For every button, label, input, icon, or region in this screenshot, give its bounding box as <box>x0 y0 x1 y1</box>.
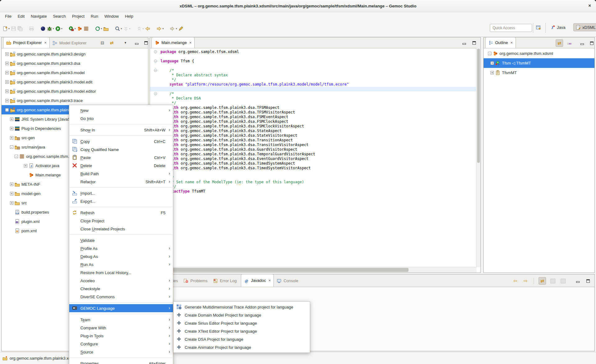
menu-item-acceleo[interactable]: Acceleo› <box>69 277 173 285</box>
mark-occurrences-icon[interactable] <box>178 26 183 31</box>
maximize-icon[interactable] <box>588 40 595 47</box>
menu-item-show-in[interactable]: Show InShift+Alt+W› <box>69 126 173 134</box>
menu-item-compare-with[interactable]: Compare With› <box>69 324 173 332</box>
fold-marker-icon[interactable]: − <box>154 69 157 72</box>
tab-outline[interactable]: Outline × <box>485 37 516 48</box>
code-editor[interactable]: −package org.gemoc.sample.tfsm.xdsml−lan… <box>150 48 476 267</box>
tree-item-org-gemoc-sample-tfsm-plaink3-design[interactable]: +org.gemoc.sample.tfsm.plaink3.design <box>2 49 148 59</box>
tab-model-explorer[interactable]: Model Explorer <box>50 38 89 48</box>
maximize-icon[interactable] <box>142 39 149 46</box>
tree-expander[interactable]: - <box>10 145 13 149</box>
menu-item-copy[interactable]: CopyCtrl+C <box>69 137 173 145</box>
close-tab-icon[interactable]: × <box>189 40 192 45</box>
menubar-item-edit[interactable]: Edit <box>15 13 28 20</box>
view-menu-icon[interactable]: ▼ <box>122 39 129 46</box>
open-input-icon[interactable] <box>549 277 556 284</box>
menubar-item-window[interactable]: Window <box>101 13 122 20</box>
outline-item-org-gemoc-sample-tfsm-xdsml[interactable]: -org.gemoc.sample.tfsm.xdsml <box>484 49 594 58</box>
menu-item-copy-qualified-name[interactable]: QCopy Qualified Name <box>69 145 173 153</box>
tab-problems[interactable]: Problems <box>181 275 210 287</box>
tree-expander[interactable]: + <box>5 80 9 84</box>
menu-item-refactor[interactable]: RefactorShift+Alt+T› <box>69 178 173 186</box>
search-icon[interactable]: ▾ <box>115 26 122 31</box>
tree-expander[interactable]: + <box>5 71 9 74</box>
link-with-editor-icon[interactable]: ⇄ <box>539 277 546 285</box>
back-icon[interactable] <box>145 26 150 31</box>
sort-icon[interactable]: ↓az <box>566 40 573 47</box>
update-site-icon[interactable]: ▾ <box>95 26 102 31</box>
run-icon[interactable]: ▾ <box>55 26 62 31</box>
tree-expander[interactable]: + <box>490 71 494 74</box>
menu-item-gemoc-language[interactable]: GEMOC Language› <box>69 304 173 312</box>
minimize-icon[interactable] <box>461 39 467 46</box>
open-perspective-icon[interactable] <box>536 25 541 32</box>
menu-item-import[interactable]: Import... <box>69 189 173 197</box>
tree-expander[interactable]: + <box>5 90 9 93</box>
tree-expander[interactable]: + <box>5 52 9 56</box>
tab-error-log[interactable]: Error Log <box>210 275 239 287</box>
menu-item-profile-as[interactable]: Profile As› <box>69 244 173 252</box>
tree-expander[interactable]: + <box>24 164 27 167</box>
outline-item-tfsm-tfsmmt[interactable]: +Tfsm ◁ TfsmMT <box>484 58 594 68</box>
close-tab-icon[interactable]: × <box>44 40 47 45</box>
menubar-item-file[interactable]: File <box>2 13 15 20</box>
tab-project-explorer[interactable]: Project Explorer × <box>3 37 50 48</box>
outline-item-tfsmmt[interactable]: +TfsmMT <box>484 68 594 78</box>
quick-access-input[interactable]: Quick Access <box>490 24 532 32</box>
tree-expander[interactable]: + <box>10 118 13 121</box>
menu-item-generate-multidimensional-trace-addon-project-for-language[interactable]: Generate Multidimensional Trace Addon pr… <box>174 303 310 311</box>
menubar-item-search[interactable]: Search <box>50 13 69 20</box>
fold-marker-icon[interactable]: − <box>154 50 157 53</box>
collapse-all-icon[interactable]: ⊟ <box>99 39 106 46</box>
menu-item-paste[interactable]: PasteCtrl+V <box>69 153 173 162</box>
menu-item-close-project[interactable]: Close Project <box>69 217 173 225</box>
link-with-editor-icon[interactable]: ⇄ <box>108 39 115 46</box>
menu-item-team[interactable]: Team› <box>69 316 173 324</box>
menu-item-go-into[interactable]: Go Into <box>69 114 173 122</box>
last-edit-location-icon[interactable]: ▾ <box>170 26 177 31</box>
back-icon[interactable]: ⇦ <box>512 277 519 284</box>
new-plugin-project-icon[interactable] <box>84 26 89 31</box>
tree-expander[interactable]: + <box>490 61 494 65</box>
menu-item-create-dsa-project-for-language[interactable]: Create DSA Project for language <box>174 335 310 343</box>
debug-icon[interactable]: ▾ <box>47 26 54 31</box>
close-window-icon[interactable]: × <box>588 3 591 8</box>
menu-item-validate[interactable]: Validate <box>69 236 173 244</box>
close-tab-icon[interactable]: × <box>269 278 271 283</box>
menu-item-build-path[interactable]: Build Path› <box>69 170 173 178</box>
pin-icon[interactable] <box>560 277 567 284</box>
tab-javadoc[interactable]: @Javadoc× <box>241 274 274 287</box>
menu-item-run-as[interactable]: Run As› <box>69 260 173 269</box>
close-tab-icon[interactable]: × <box>510 40 513 45</box>
menu-item-new[interactable]: New› <box>69 106 173 114</box>
editor-horizontal-scrollbar[interactable] <box>150 267 476 273</box>
menu-item-diverse-commons[interactable]: DiverSE Commons› <box>69 293 173 301</box>
tree-item-org-gemoc-sample-tfsm-plaink3-model-edit[interactable]: +org.gemoc.sample.tfsm.plaink3.model.edi… <box>2 77 148 87</box>
maximize-icon[interactable] <box>585 277 591 284</box>
menu-item-create-animator-project-for-language[interactable]: Create Animator Project for language <box>174 343 310 351</box>
menu-item-restore-from-local-history[interactable]: Restore from Local History... <box>69 269 173 277</box>
tree-item-org-gemoc-sample-tfsm-plaink3-model[interactable]: +org.gemoc.sample.tfsm.plaink3.model <box>2 68 148 77</box>
menu-item-create-domain-model-project-for-language[interactable]: Create Domain Model Project for language <box>174 311 310 319</box>
menu-item-create-sirius-editor-project-for-language[interactable]: Create Sirius Editor Project for languag… <box>174 319 310 327</box>
minimize-icon[interactable] <box>574 277 581 284</box>
menu-item-plug-in-tools[interactable]: Plug-in Tools› <box>69 332 173 340</box>
tab-console[interactable]: Console <box>274 275 301 287</box>
menu-item-refresh[interactable]: RefreshF5 <box>69 209 173 217</box>
link-with-editor-icon[interactable]: ⇄ <box>556 39 563 47</box>
menu-item-properties[interactable]: PropertiesAlt+Enter <box>69 359 173 364</box>
menu-item-debug-as[interactable]: Debug As› <box>69 252 173 260</box>
tree-expander[interactable]: + <box>5 99 9 102</box>
new-wizard-icon[interactable]: ▾ <box>2 26 10 31</box>
menubar-item-help[interactable]: Help <box>122 13 136 20</box>
tree-expander[interactable]: + <box>10 192 13 195</box>
menubar-item-project[interactable]: Project <box>69 13 88 20</box>
tree-expander[interactable]: - <box>15 155 18 158</box>
forward-icon[interactable]: ⇨ <box>522 277 529 284</box>
editor-vertical-scrollbar[interactable] <box>476 48 481 267</box>
new-melange-project-icon[interactable] <box>77 26 82 31</box>
perspective-xdsml-button[interactable]: xDSML <box>573 23 596 31</box>
tree-expander[interactable]: - <box>5 108 9 112</box>
forward-icon[interactable]: ▾ <box>156 26 164 31</box>
menu-item-close-unrelated-projects[interactable]: Close Unrelated Projects <box>69 225 173 233</box>
